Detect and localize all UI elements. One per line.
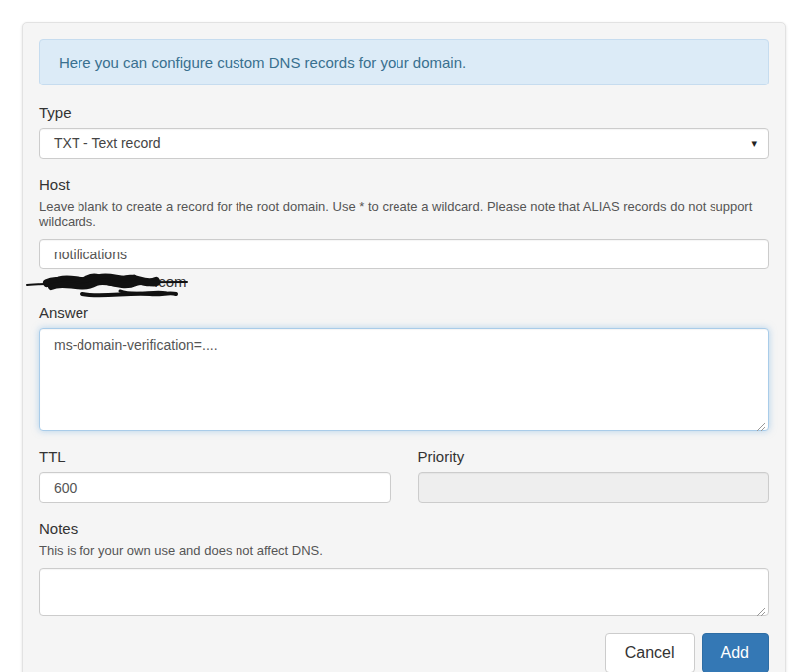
answer-textarea[interactable]: ms-domain-verification=.... (39, 328, 769, 431)
notes-help-text: This is for your own use and does not af… (39, 543, 769, 558)
notes-field: Notes This is for your own use and does … (39, 520, 769, 616)
resize-handle-icon[interactable] (756, 603, 766, 613)
host-help-text: Leave blank to create a record for the r… (39, 199, 769, 229)
type-select[interactable]: TXT - Text record ▾ (39, 128, 769, 159)
host-domain-preview: .com (25, 270, 224, 300)
pen-scribble-redaction (25, 270, 224, 300)
cancel-button[interactable]: Cancel (605, 633, 695, 672)
host-field: Host Leave blank to create a record for … (39, 176, 769, 300)
resize-handle-icon[interactable] (756, 419, 766, 428)
ttl-label: TTL (39, 448, 391, 465)
ttl-field: TTL (39, 448, 391, 503)
type-select-value: TXT - Text record (54, 135, 161, 151)
ttl-input[interactable] (39, 472, 391, 503)
priority-label: Priority (418, 448, 770, 465)
ttl-priority-row: TTL Priority (39, 448, 769, 503)
answer-label: Answer (39, 304, 769, 321)
add-button[interactable]: Add (702, 633, 769, 672)
host-label: Host (39, 176, 769, 193)
notes-textarea[interactable] (39, 568, 769, 616)
host-input[interactable] (39, 239, 769, 269)
host-domain-suffix: .com (154, 273, 187, 290)
priority-input[interactable] (418, 472, 770, 503)
form-actions: Cancel Add (39, 633, 769, 672)
dns-record-form-panel: Here you can configure custom DNS record… (22, 22, 786, 672)
info-banner-text: Here you can configure custom DNS record… (59, 54, 466, 71)
type-field: Type TXT - Text record ▾ (39, 104, 769, 159)
notes-label: Notes (39, 520, 769, 537)
type-label: Type (39, 104, 769, 121)
chevron-down-icon: ▾ (751, 129, 757, 158)
info-banner: Here you can configure custom DNS record… (39, 39, 769, 85)
priority-field: Priority (418, 448, 770, 503)
answer-field: Answer ms-domain-verification=.... (39, 304, 769, 431)
